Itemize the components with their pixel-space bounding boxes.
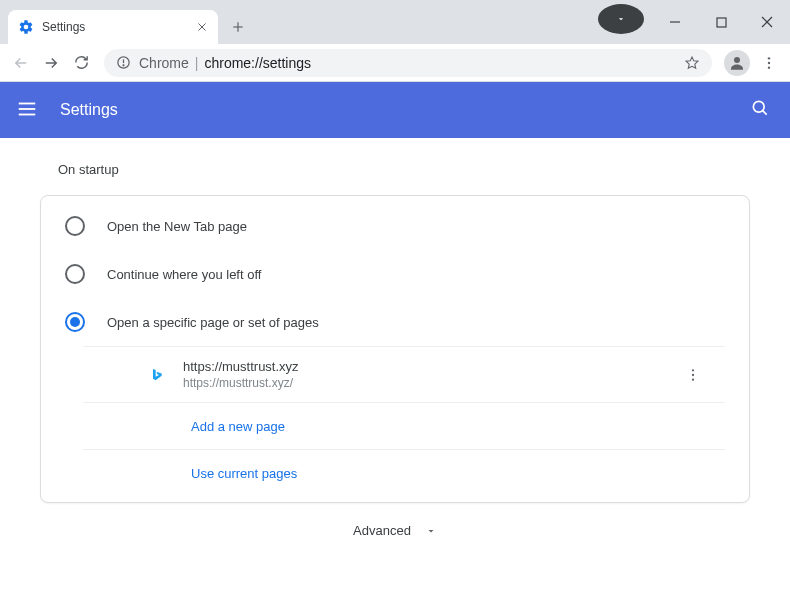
radio-label: Open a specific page or set of pages	[107, 315, 319, 330]
advanced-toggle[interactable]: Advanced	[0, 503, 790, 546]
gear-icon	[18, 19, 34, 35]
close-icon[interactable]	[196, 21, 208, 33]
omnibox-separator: |	[195, 55, 199, 71]
radio-new-tab[interactable]: Open the New Tab page	[41, 202, 749, 250]
settings-header: Settings	[0, 82, 790, 138]
svg-point-12	[768, 57, 770, 59]
settings-content: PCRISK.COM On startup Open the New Tab p…	[0, 138, 790, 616]
svg-point-20	[692, 369, 694, 371]
radio-specific-pages[interactable]: Open a specific page or set of pages	[41, 298, 749, 346]
omnibox-host: Chrome	[139, 55, 189, 71]
radio-icon	[65, 264, 85, 284]
startup-card: Open the New Tab page Continue where you…	[40, 195, 750, 503]
radio-icon	[65, 312, 85, 332]
tab-title: Settings	[42, 20, 196, 34]
section-title: On startup	[58, 162, 790, 177]
bookmark-icon[interactable]	[684, 55, 700, 71]
svg-point-21	[692, 373, 694, 375]
close-window-button[interactable]	[744, 7, 790, 37]
add-page-link[interactable]: Add a new page	[191, 419, 285, 434]
window-titlebar: Settings	[0, 0, 790, 44]
startup-page-url: https://musttrust.xyz/	[183, 376, 299, 390]
minimize-button[interactable]	[652, 7, 698, 37]
svg-point-14	[768, 66, 770, 68]
window-controls	[598, 0, 790, 44]
svg-point-13	[768, 61, 770, 63]
radio-icon	[65, 216, 85, 236]
page-menu-button[interactable]	[685, 367, 701, 383]
search-icon[interactable]	[750, 98, 774, 122]
startup-page-title: https://musttrust.xyz	[183, 359, 299, 374]
maximize-button[interactable]	[698, 7, 744, 37]
svg-line-19	[763, 111, 767, 115]
startup-page-row: https://musttrust.xyz https://musttrust.…	[83, 346, 725, 402]
use-current-row[interactable]: Use current pages	[83, 449, 725, 496]
omnibox-path: chrome://settings	[204, 55, 311, 71]
chevron-down-icon	[425, 525, 437, 537]
svg-point-11	[734, 57, 740, 63]
page-title: Settings	[60, 101, 118, 119]
browser-toolbar: Chrome | chrome://settings	[0, 44, 790, 82]
svg-point-22	[692, 378, 694, 380]
advanced-label: Advanced	[353, 523, 411, 538]
radio-continue[interactable]: Continue where you left off	[41, 250, 749, 298]
profile-avatar[interactable]	[724, 50, 750, 76]
radio-label: Open the New Tab page	[107, 219, 247, 234]
reload-button[interactable]	[66, 48, 96, 78]
svg-point-18	[753, 101, 764, 112]
use-current-link[interactable]: Use current pages	[191, 466, 297, 481]
address-bar[interactable]: Chrome | chrome://settings	[104, 49, 712, 77]
site-info-icon[interactable]	[116, 55, 131, 70]
svg-rect-5	[717, 18, 726, 27]
forward-button[interactable]	[36, 48, 66, 78]
radio-label: Continue where you left off	[107, 267, 261, 282]
bing-icon	[149, 367, 165, 383]
browser-menu-button[interactable]	[754, 48, 784, 78]
profile-badge-icon[interactable]	[598, 4, 644, 34]
menu-icon[interactable]	[16, 98, 40, 122]
back-button[interactable]	[6, 48, 36, 78]
browser-tab[interactable]: Settings	[8, 10, 218, 44]
new-tab-button[interactable]	[224, 13, 252, 41]
svg-point-10	[123, 65, 124, 66]
add-page-row[interactable]: Add a new page	[83, 402, 725, 449]
